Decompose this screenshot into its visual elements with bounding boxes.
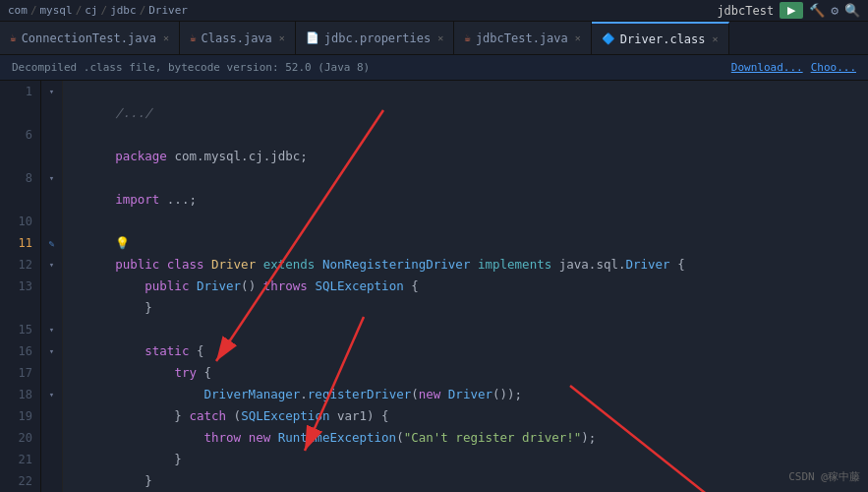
search-icon[interactable]: 🔍 xyxy=(844,3,860,18)
close-icon[interactable]: ✕ xyxy=(437,32,443,43)
code-line-15: static { xyxy=(71,319,860,340)
java-icon: ☕ xyxy=(190,31,197,44)
line-numbers: 1 6 8 10 11 12 13 15 16 17 18 19 20 21 2… xyxy=(0,81,41,492)
fold-icon-18[interactable]: ▾ xyxy=(41,384,62,405)
code-line-11: public class Driver extends NonRegisteri… xyxy=(71,232,860,254)
code-line-10: 💡 xyxy=(71,211,860,232)
code-line-blank xyxy=(71,297,860,319)
java-icon: ☕ xyxy=(10,31,17,44)
gutter-area: ▾ ▾ ✎ ▾ ▾ ▾ ▾ xyxy=(41,81,63,492)
watermark: CSDN @稼中藤 xyxy=(788,469,860,484)
gutter-empty xyxy=(41,470,62,492)
java-icon: ☕ xyxy=(464,31,471,44)
fold-icon-8[interactable]: ▾ xyxy=(41,167,62,189)
gutter-empty xyxy=(41,449,62,470)
active-tab-label: jdbcTest xyxy=(717,4,774,18)
code-line-22: } xyxy=(71,470,860,492)
fold-icon-1[interactable]: ▾ xyxy=(41,81,62,102)
tab-connection[interactable]: ☕ ConnectionTest.java ✕ xyxy=(0,22,180,55)
gutter-empty xyxy=(41,297,62,319)
gutter-empty xyxy=(41,405,62,427)
gutter-empty xyxy=(41,276,62,297)
close-icon[interactable]: ✕ xyxy=(163,32,169,43)
code-line-21: } xyxy=(71,449,860,470)
tab-jdbctest[interactable]: ☕ jdbcTest.java ✕ xyxy=(454,22,592,55)
code-content: /.../ package com.mysql.cj.jdbc; import … xyxy=(63,81,868,492)
close-icon[interactable]: ✕ xyxy=(279,32,285,43)
gutter-empty xyxy=(41,146,62,167)
close-icon[interactable]: ✕ xyxy=(575,32,581,43)
gutter-empty xyxy=(41,124,62,146)
tab-class[interactable]: ☕ Class.java ✕ xyxy=(180,22,296,55)
gutter-empty xyxy=(41,102,62,124)
settings-icon[interactable]: ⚙ xyxy=(831,3,839,18)
fold-icon-12[interactable]: ▾ xyxy=(41,254,62,276)
code-line-blank xyxy=(71,102,860,124)
code-line-1: /.../ xyxy=(71,81,860,102)
breadcrumb: com / mysql / cj / jdbc / Driver xyxy=(8,4,188,17)
decompiled-notice: Decompiled .class file, bytecode version… xyxy=(12,61,370,74)
title-bar: com / mysql / cj / jdbc / Driver jdbcTes… xyxy=(0,0,868,22)
close-icon[interactable]: ✕ xyxy=(713,33,719,44)
fold-icon-16[interactable]: ▾ xyxy=(41,340,62,362)
gutter-empty xyxy=(41,427,62,449)
gutter-empty xyxy=(41,211,62,232)
run-button[interactable]: ▶ xyxy=(780,2,803,19)
fold-icon-15[interactable]: ▾ xyxy=(41,319,62,340)
code-line-8: import ...; xyxy=(71,167,860,189)
choose-link[interactable]: Choo... xyxy=(811,61,856,74)
props-icon: 📄 xyxy=(306,31,319,44)
gutter-empty xyxy=(41,362,62,384)
tab-driver[interactable]: 🔷 Driver.class ✕ xyxy=(592,22,729,55)
gutter-empty xyxy=(41,189,62,211)
tab-jdbc-props[interactable]: 📄 jdbc.properties ✕ xyxy=(296,22,454,55)
code-area: 1 6 8 10 11 12 13 15 16 17 18 19 20 21 2… xyxy=(0,81,868,492)
download-link[interactable]: Download... xyxy=(731,61,803,74)
gutter-marker-11: ✎ xyxy=(41,232,62,254)
class-icon: 🔷 xyxy=(602,32,615,45)
tab-bar: ☕ ConnectionTest.java ✕ ☕ Class.java ✕ 📄… xyxy=(0,22,868,55)
info-bar: Decompiled .class file, bytecode version… xyxy=(0,55,868,81)
build-icon[interactable]: 🔨 xyxy=(809,3,825,18)
code-line-6: package com.mysql.cj.jdbc; xyxy=(71,124,860,146)
